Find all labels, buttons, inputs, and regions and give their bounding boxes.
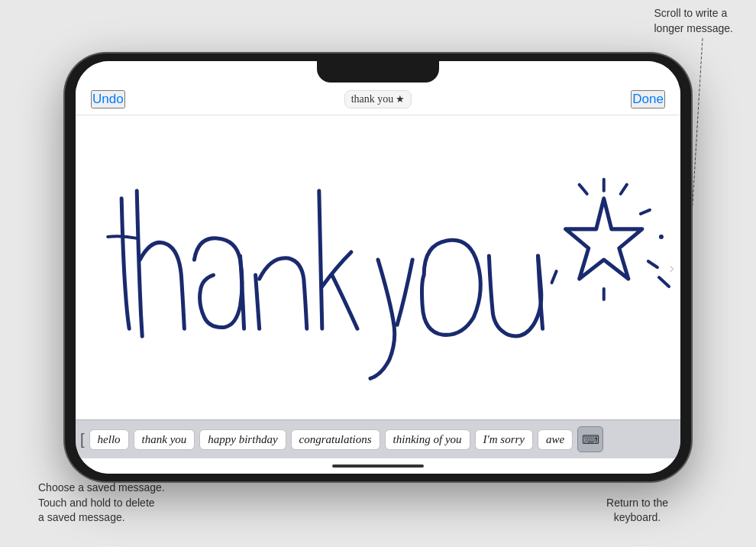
- preview-star: ★: [396, 93, 405, 105]
- svg-line-6: [580, 185, 587, 194]
- svg-line-11: [552, 271, 557, 283]
- suggestion-bracket: [: [80, 431, 85, 448]
- suggestion-chip-happy-birthday[interactable]: happy birthday: [199, 429, 286, 450]
- svg-line-12: [659, 277, 669, 286]
- suggestion-chip-hello[interactable]: hello: [89, 429, 129, 450]
- undo-button[interactable]: Undo: [91, 90, 125, 108]
- svg-line-8: [648, 261, 657, 267]
- suggestions-bar: [ hello thank you happy birthday congrat…: [76, 419, 680, 458]
- done-button[interactable]: Done: [631, 90, 665, 108]
- handwriting-canvas: [76, 115, 680, 419]
- home-bar: [332, 464, 424, 468]
- svg-line-0: [691, 38, 703, 229]
- preview-text: thank you: [351, 93, 394, 105]
- keyboard-icon: ⌨: [582, 432, 599, 447]
- phone-frame: Undo thank you ★ Done: [65, 53, 691, 481]
- svg-point-10: [659, 235, 664, 239]
- annotation-keyboard: Return to the keyboard.: [606, 496, 668, 526]
- annotation-scroll: Scroll to write a longer message.: [654, 6, 733, 36]
- suggestion-chip-im-sorry[interactable]: I'm sorry: [475, 429, 533, 450]
- drawing-area[interactable]: ›: [76, 115, 680, 419]
- scroll-chevron[interactable]: ›: [669, 259, 674, 277]
- suggestion-chip-congratulations[interactable]: congratulations: [291, 429, 380, 450]
- preview-chip: thank you ★: [344, 90, 412, 108]
- phone-notch: [317, 61, 439, 83]
- annotation-saved-message: Choose a saved message. Touch and hold t…: [38, 481, 165, 526]
- suggestion-chip-thinking-of-you[interactable]: thinking of you: [385, 429, 470, 450]
- phone-screen: Undo thank you ★ Done: [76, 61, 680, 474]
- keyboard-button[interactable]: ⌨: [577, 426, 603, 452]
- svg-line-7: [641, 210, 650, 214]
- suggestion-chip-awesome[interactable]: awe: [538, 429, 573, 450]
- screen-content: Undo thank you ★ Done: [76, 61, 680, 474]
- suggestion-chip-thank-you[interactable]: thank you: [134, 429, 195, 450]
- svg-line-5: [621, 185, 627, 194]
- svg-marker-3: [566, 199, 642, 279]
- home-indicator: [76, 458, 680, 474]
